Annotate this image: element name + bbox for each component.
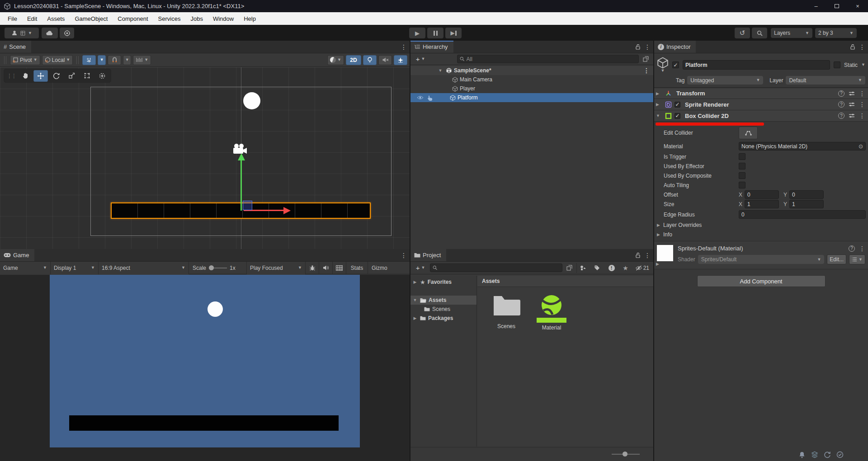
active-checkbox[interactable]: ✓ xyxy=(672,61,679,68)
play-button[interactable]: ▶ xyxy=(409,28,425,38)
tag-dropdown[interactable]: Untagged▼ xyxy=(687,76,763,85)
gizmos-button[interactable]: Gizmo xyxy=(368,262,410,274)
gizmo-y-axis[interactable] xyxy=(241,160,242,211)
menu-edit[interactable]: Edit xyxy=(22,12,42,25)
project-breadcrumb[interactable]: Assets xyxy=(477,276,653,287)
snap-increment-button[interactable]: ▼ xyxy=(133,55,151,65)
cloud-button[interactable] xyxy=(42,28,58,38)
used-by-effector-checkbox[interactable] xyxy=(739,163,745,169)
offset-y-field[interactable] xyxy=(789,190,824,199)
favorites-filter-button[interactable]: ★ xyxy=(620,263,632,273)
search-by-type-button[interactable] xyxy=(576,263,589,273)
menu-window[interactable]: Window xyxy=(208,12,239,25)
presets-icon[interactable] xyxy=(849,91,855,96)
pause-button[interactable] xyxy=(427,28,443,38)
foldout-arrow-icon[interactable]: ▶ xyxy=(657,223,663,227)
project-search[interactable] xyxy=(430,263,562,272)
pick-hand-icon[interactable] xyxy=(427,95,433,101)
game-panel-menu-icon[interactable]: ⋮ xyxy=(401,252,407,259)
search-everywhere-button[interactable] xyxy=(752,28,767,38)
asset-tile-scenes[interactable]: Scenes xyxy=(486,294,527,331)
layers-dropdown[interactable]: Layers▼ xyxy=(771,28,812,38)
display-dropdown[interactable]: Display 1▼ xyxy=(51,262,99,274)
hand-tool-button[interactable] xyxy=(18,70,33,82)
tab-hierarchy[interactable]: Hierarchy xyxy=(410,41,453,53)
offset-y-input[interactable] xyxy=(792,192,821,198)
menu-assets[interactable]: Assets xyxy=(42,12,70,25)
player-ball-sprite[interactable] xyxy=(243,92,260,109)
grid-visibility-dropdown[interactable]: ▼ xyxy=(98,55,106,65)
overlay-grip[interactable]: ⋮⋮ xyxy=(5,73,17,79)
edit-collider-button[interactable] xyxy=(739,127,758,139)
2d-toggle[interactable]: 2D xyxy=(346,55,361,65)
project-picker-button[interactable] xyxy=(564,263,575,273)
tree-assets[interactable]: ▼ Assets xyxy=(410,296,476,305)
material-foldout-arrow-icon[interactable]: ▶ xyxy=(656,262,662,266)
lock-icon[interactable] xyxy=(635,252,641,258)
project-search-input[interactable] xyxy=(439,265,559,271)
offset-x-field[interactable] xyxy=(745,190,779,199)
rect-tool-button[interactable] xyxy=(80,70,94,82)
project-panel-menu-icon[interactable]: ⋮ xyxy=(644,252,651,259)
material-swatch[interactable] xyxy=(657,245,673,261)
lock-icon[interactable] xyxy=(850,44,855,50)
menu-component[interactable]: Component xyxy=(113,12,153,25)
component-menu-icon[interactable]: ⋮ xyxy=(859,101,865,108)
search-by-label-button[interactable] xyxy=(591,263,604,273)
rotate-tool-button[interactable] xyxy=(49,70,63,82)
hierarchy-create-button[interactable]: +▼ xyxy=(413,54,428,64)
static-dropdown-icon[interactable]: ▼ xyxy=(861,63,865,67)
help-icon[interactable]: ? xyxy=(849,245,855,252)
undo-history-button[interactable]: ↺ xyxy=(735,28,750,38)
tab-scene[interactable]: # Scene xyxy=(0,41,31,53)
package-layers-icon[interactable] xyxy=(811,451,818,458)
layout-dropdown[interactable]: 2 by 3▼ xyxy=(815,28,857,38)
help-icon[interactable]: ? xyxy=(838,90,844,97)
foldout-arrow-icon[interactable]: ▶ xyxy=(656,91,662,96)
grid-visibility-toggle[interactable]: Y xyxy=(82,55,96,65)
gameobject-icon-button[interactable]: ▼ xyxy=(657,57,669,73)
project-create-button[interactable]: +▼ xyxy=(413,263,428,273)
local-button[interactable]: Local▼ xyxy=(42,55,73,65)
snap-dropdown[interactable]: ▼ xyxy=(123,55,131,65)
hidden-packages-toggle[interactable]: 21 xyxy=(633,265,651,271)
stats-button[interactable]: Stats xyxy=(346,262,368,274)
settings-button[interactable] xyxy=(60,28,74,38)
scale-slider[interactable] xyxy=(209,268,227,268)
toolbar-grip[interactable] xyxy=(76,56,79,64)
tab-inspector[interactable]: i Inspector xyxy=(654,41,696,53)
hierarchy-row-scene-root[interactable]: ▼ SampleScene* ⋮ xyxy=(410,66,653,75)
transform-header[interactable]: ▶ Transform ? ⋮ xyxy=(654,88,868,99)
component-menu-icon[interactable]: ⋮ xyxy=(859,90,865,97)
edge-radius-field[interactable] xyxy=(739,210,866,219)
scene-lighting-toggle[interactable] xyxy=(363,55,377,65)
tree-packages[interactable]: ▶ Packages xyxy=(410,314,476,323)
menu-file[interactable]: File xyxy=(3,12,22,25)
game-viewport[interactable] xyxy=(0,275,410,461)
unresolved-references-button[interactable]: ! xyxy=(605,263,618,273)
size-y-field[interactable] xyxy=(789,200,824,208)
tab-project[interactable]: Project xyxy=(410,249,446,261)
lock-icon[interactable] xyxy=(635,44,641,50)
tree-scenes[interactable]: Scenes xyxy=(410,305,476,314)
hierarchy-panel-menu-icon[interactable]: ⋮ xyxy=(644,44,651,50)
step-button[interactable]: ▶ xyxy=(445,28,462,38)
scene-panel-menu-icon[interactable]: ⋮ xyxy=(401,44,407,50)
menu-help[interactable]: Help xyxy=(239,12,261,25)
menu-services[interactable]: Services xyxy=(153,12,186,25)
aspect-dropdown[interactable]: 16:9 Aspect▼ xyxy=(99,262,189,274)
play-focused-dropdown[interactable]: Play Focused▼ xyxy=(247,262,306,274)
minimize-button[interactable]: – xyxy=(806,0,826,12)
help-icon[interactable]: ? xyxy=(838,101,844,108)
foldout-arrow-icon[interactable]: ▶ xyxy=(656,102,662,107)
eye-icon[interactable] xyxy=(417,95,424,100)
vsync-grid-button[interactable] xyxy=(333,262,346,274)
shading-mode-button[interactable]: ▼ xyxy=(327,55,344,65)
tree-favorites[interactable]: ▶ ★ Favorites xyxy=(410,278,476,287)
sprite-renderer-header[interactable]: ▶ ✓ Sprite Renderer ? ⋮ xyxy=(654,99,868,110)
foldout-arrow-icon[interactable]: ▶ xyxy=(412,316,418,320)
scene-audio-toggle[interactable] xyxy=(378,55,392,65)
sync-refresh-icon[interactable] xyxy=(824,451,831,458)
notification-bell-icon[interactable] xyxy=(798,451,806,458)
component-menu-icon[interactable]: ⋮ xyxy=(859,113,865,119)
